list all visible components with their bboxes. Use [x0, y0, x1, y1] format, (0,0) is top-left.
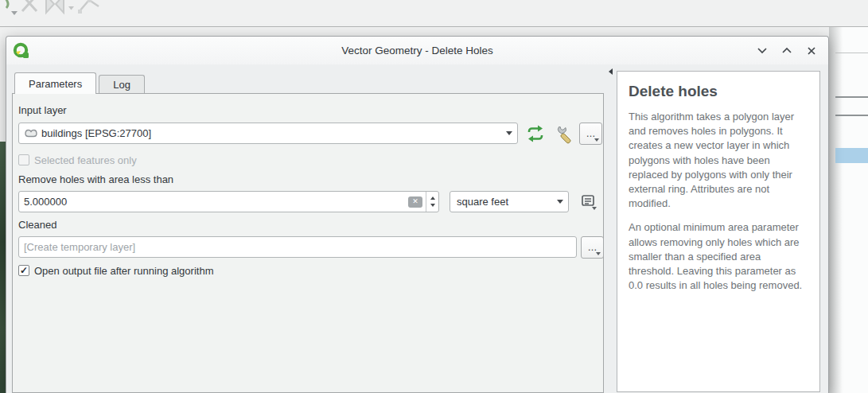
input-layer-label: Input layer	[18, 104, 67, 116]
clear-value-icon[interactable]: ✕	[408, 196, 422, 208]
output-options-button[interactable]: …	[581, 236, 604, 259]
parameters-panel: Input layer buildings [EPSG:27700]	[12, 93, 604, 393]
close-button[interactable]	[803, 42, 820, 60]
selected-features-label: Selected features only	[34, 154, 137, 166]
output-input[interactable]	[19, 241, 576, 253]
advanced-options-button[interactable]	[556, 124, 577, 145]
delete-holes-dialog: Vector Geometry - Delete Holes Parameter…	[6, 36, 829, 393]
help-paragraph-1: This algorithm takes a polygon layer and…	[629, 110, 808, 211]
expression-menu-icon	[579, 193, 598, 212]
spin-up-icon[interactable]	[430, 196, 435, 200]
ellipsis-label: …	[588, 242, 597, 253]
iterate-icon	[526, 125, 545, 142]
input-layer-options-button[interactable]: …	[579, 123, 602, 145]
spin-down-icon[interactable]	[430, 204, 435, 207]
background-window-edge	[829, 27, 868, 393]
toolbar-divider	[0, 26, 868, 27]
background-selected-row	[835, 148, 868, 163]
dropdown-corner-icon	[596, 252, 601, 255]
spinner-buttons[interactable]	[426, 192, 438, 212]
background-row-divider	[835, 115, 868, 116]
map-canvas-edge	[0, 142, 6, 393]
wrench-icon	[557, 125, 576, 144]
open-output-checkbox[interactable]: ✓	[18, 265, 29, 276]
background-toolbar	[0, 0, 159, 25]
data-defined-override-button[interactable]	[578, 192, 599, 212]
help-panel: Delete holes This algorithm takes a poly…	[617, 71, 820, 392]
ellipsis-label: …	[586, 128, 596, 139]
shade-button[interactable]	[753, 42, 771, 60]
polygon-layer-icon	[24, 128, 38, 138]
iterate-over-layer-button[interactable]	[525, 123, 546, 144]
chevron-down-icon	[552, 200, 568, 204]
min-area-label: Remove holes with area less than	[18, 173, 173, 185]
chevron-down-icon	[501, 131, 517, 135]
help-title: Delete holes	[629, 83, 808, 100]
tab-parameters[interactable]: Parameters	[14, 72, 96, 94]
dialog-title: Vector Geometry - Delete Holes	[6, 37, 828, 64]
units-value: square feet	[450, 196, 508, 208]
tab-log[interactable]: Log	[99, 75, 145, 93]
unshade-button[interactable]	[778, 42, 796, 60]
digitizing-toolbar-icons[interactable]	[0, 0, 159, 25]
help-paragraph-2: An optional minimum area parameter allow…	[629, 220, 808, 293]
input-layer-combobox[interactable]: buildings [EPSG:27700]	[18, 123, 518, 144]
units-combobox[interactable]: square feet	[450, 191, 569, 212]
dropdown-corner-icon	[594, 138, 599, 142]
min-area-spinbox[interactable]: ✕	[18, 191, 439, 212]
dialog-titlebar[interactable]: Vector Geometry - Delete Holes	[6, 37, 828, 64]
background-row-divider	[835, 53, 868, 53]
screen: Vector Geometry - Delete Holes Parameter…	[0, 0, 868, 393]
input-layer-value: buildings [EPSG:27700]	[41, 127, 151, 139]
min-area-input[interactable]	[19, 196, 408, 208]
output-label: Cleaned	[18, 219, 56, 231]
collapse-help-arrow[interactable]	[609, 68, 613, 75]
selected-features-checkbox[interactable]	[18, 154, 29, 165]
background-row-divider	[835, 96, 868, 98]
tab-bar: Parameters Log	[14, 72, 145, 93]
output-field[interactable]	[18, 236, 577, 258]
open-output-label: Open output file after running algorithm	[34, 265, 213, 277]
